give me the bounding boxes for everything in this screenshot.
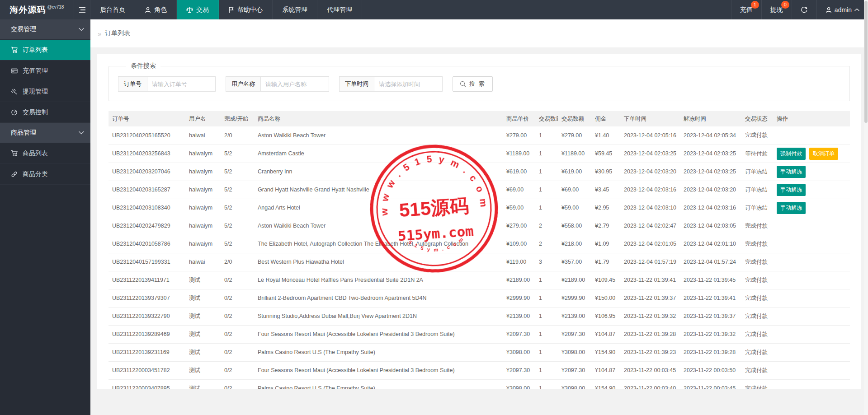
actions-cell: 手动解冻 xyxy=(773,181,850,199)
cell-order-no: UB2312040203256843 xyxy=(108,145,185,163)
col-qty: 交易数量 xyxy=(535,111,558,126)
cell-order-time: 2023-11-22 01:39:32 xyxy=(620,307,680,325)
username-label: 用户名称 xyxy=(226,76,260,92)
sidebar-item-recharge[interactable]: 充值管理 xyxy=(0,61,90,81)
cell-order-no: UB2311220139289469 xyxy=(108,325,185,343)
user-icon xyxy=(826,7,832,13)
scrollbar-thumb[interactable] xyxy=(864,1,868,123)
cell-ratio: 5/2 xyxy=(221,181,254,199)
action-button[interactable]: 手动解冻 xyxy=(777,184,806,196)
cell-price: ¥119.00 xyxy=(503,253,535,271)
col-order-time: 下单时间 xyxy=(620,111,680,126)
cell-qty: 1 xyxy=(535,199,558,217)
gauge-icon xyxy=(11,109,18,116)
sidebar-item-goods-category[interactable]: 商品分类 xyxy=(0,164,90,185)
cell-unfreeze-time: 2023-12-04 02:03:16 xyxy=(680,199,741,217)
cell-commission: ¥109.45 xyxy=(591,271,620,289)
cell-order-time: 2023-12-04 02:05:16 xyxy=(620,126,680,145)
action-button[interactable]: 强制付款 xyxy=(777,148,806,160)
table-row: UB2311220139231169 测试 0/2 Palms Casino R… xyxy=(108,343,850,361)
cell-price: ¥279.00 xyxy=(503,217,535,235)
nav-item-home[interactable]: 后台首页 xyxy=(90,0,135,19)
sidebar-item-trade-control[interactable]: 交易控制 xyxy=(0,102,90,123)
table-row: UB2312040203207046 haiwaiym 5/2 Cranberr… xyxy=(108,163,850,181)
cell-ratio: 5/2 xyxy=(221,163,254,181)
search-button-label: 搜 索 xyxy=(469,80,486,88)
sidebar-group-label: 商品管理 xyxy=(11,129,36,137)
cell-commission: ¥1.40 xyxy=(591,126,620,145)
order-time-label: 下单时间 xyxy=(339,76,374,92)
search-button[interactable]: 搜 索 xyxy=(453,76,493,92)
cell-ratio: 0/2 xyxy=(221,271,254,289)
sidebar-toggle-button[interactable] xyxy=(74,0,90,19)
cell-order-no: UB2311220139411971 xyxy=(108,271,185,289)
order-no-input[interactable] xyxy=(147,76,216,92)
sidebar: 交易管理 订单列表 充值管理 提现管理 交易控制 商品管理 xyxy=(0,19,90,415)
flag-icon xyxy=(228,7,234,13)
nav-item-system[interactable]: 系统管理 xyxy=(273,0,317,19)
cell-amount: ¥1189.00 xyxy=(558,145,591,163)
nav-item-roles[interactable]: 角色 xyxy=(135,0,177,19)
cell-ratio: 0/2 xyxy=(221,361,254,379)
cell-product: Palms Casino Resort U.S (The Empathy Sui… xyxy=(254,343,503,361)
nav-item-agents[interactable]: 代理管理 xyxy=(317,0,362,19)
cell-status: 订单冻结 xyxy=(741,199,773,217)
card-icon xyxy=(11,68,18,74)
cell-unfreeze-time: 2023-12-04 02:05:34 xyxy=(680,126,741,145)
refresh-button[interactable] xyxy=(792,0,816,19)
col-price: 商品单价 xyxy=(503,111,535,126)
sidebar-group-label: 交易管理 xyxy=(11,25,36,33)
recharge-notice[interactable]: 充值 1 xyxy=(731,0,761,19)
orders-table: 订单号 用户名 完成/开始 商品名称 商品单价 交易数量 交易数额 佣金 下单时… xyxy=(108,111,850,389)
cell-order-no: UB2312040203165287 xyxy=(108,181,185,199)
cell-username: haiwaiym xyxy=(185,163,221,181)
cell-amount: ¥2139.00 xyxy=(558,307,591,325)
actions-cell xyxy=(773,325,850,343)
sidebar-group-goods[interactable]: 商品管理 xyxy=(0,123,90,143)
nav-item-help-center[interactable]: 帮助中心 xyxy=(219,0,273,19)
breadcrumb-chevrons-icon: » xyxy=(98,30,101,37)
action-button[interactable]: 手动解冻 xyxy=(777,202,806,214)
cell-unfreeze-time: 2023-11-22 01:39:32 xyxy=(680,325,741,343)
cell-amount: ¥2999.90 xyxy=(558,289,591,307)
user-menu[interactable]: admin xyxy=(816,0,868,19)
sidebar-item-withdraw[interactable]: 提现管理 xyxy=(0,81,90,102)
cell-username: haiwaiym xyxy=(185,217,221,235)
table-row: UB2312040203165287 haiwaiym 5/2 Grand Hy… xyxy=(108,181,850,199)
table-row: UB2311220003407895 测试 0/2 Palms Casino R… xyxy=(108,379,850,389)
order-time-input[interactable] xyxy=(374,76,443,92)
cell-commission: ¥2.79 xyxy=(591,217,620,235)
table-row: UB2312040202479829 haiwaiym 5/2 Aston Wa… xyxy=(108,217,850,235)
link-icon xyxy=(11,171,18,177)
cell-amount: ¥558.00 xyxy=(558,217,591,235)
actions-cell xyxy=(773,343,850,361)
username-input[interactable] xyxy=(260,76,329,92)
cell-qty: 1 xyxy=(535,126,558,145)
cell-unfreeze-time: 2023-12-04 02:03:05 xyxy=(680,217,741,235)
cell-product: Brilliant 2-Bedroom Apartment CBD Two-Be… xyxy=(254,289,503,307)
sidebar-item-goods-list[interactable]: 商品列表 xyxy=(0,143,90,164)
withdraw-notice[interactable]: 提现 0 xyxy=(761,0,792,19)
cell-commission: ¥104.87 xyxy=(591,361,620,379)
col-status: 交易状态 xyxy=(741,111,773,126)
cell-amount: ¥69.00 xyxy=(558,181,591,199)
cell-qty: 2 xyxy=(535,235,558,253)
cell-order-no: UB2312040202479829 xyxy=(108,217,185,235)
cell-price: ¥59.00 xyxy=(503,199,535,217)
nav-item-trade[interactable]: 交易 xyxy=(177,0,219,19)
cell-qty: 1 xyxy=(535,163,558,181)
actions-cell: 强制付款取消订单 xyxy=(773,145,850,163)
table-row: UB2311220003451782 测试 0/2 Four Seasons R… xyxy=(108,361,850,379)
sidebar-group-trade[interactable]: 交易管理 xyxy=(0,19,90,40)
cell-amount: ¥279.00 xyxy=(558,126,591,145)
sidebar-item-order-list[interactable]: 订单列表 xyxy=(0,40,90,61)
actions-cell xyxy=(773,379,850,389)
cell-order-time: 2023-12-04 02:03:16 xyxy=(620,181,680,199)
action-button[interactable]: 取消订单 xyxy=(809,148,838,160)
actions-cell xyxy=(773,253,850,271)
cell-qty: 1 xyxy=(535,307,558,325)
nav-label: 角色 xyxy=(154,6,167,14)
cell-unfreeze-time: 2023-12-04 02:01:10 xyxy=(680,235,741,253)
cell-qty: 1 xyxy=(535,145,558,163)
action-button[interactable]: 手动解冻 xyxy=(777,166,806,178)
